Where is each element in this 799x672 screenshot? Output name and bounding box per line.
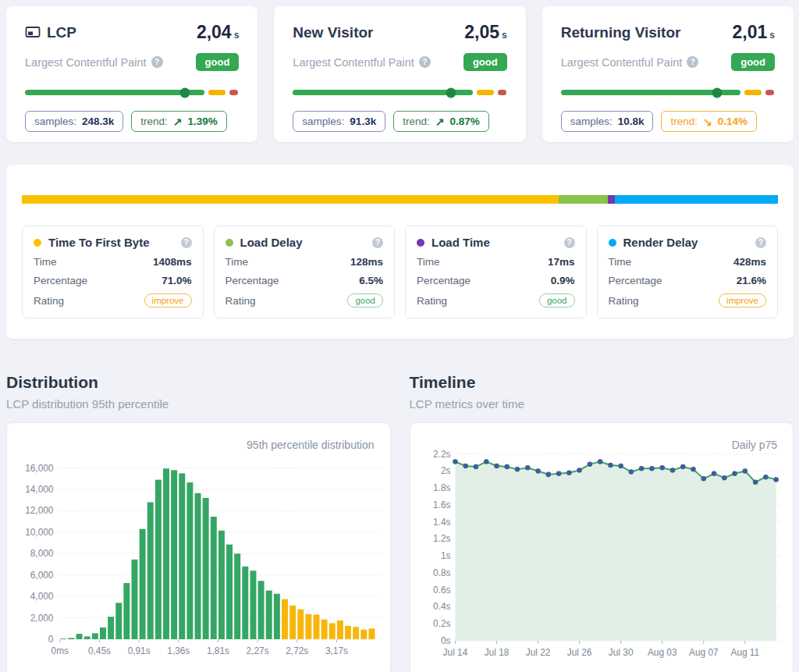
lcp-threshold-bar: [561, 87, 775, 98]
trend-arrow-icon: ↗: [435, 116, 445, 127]
svg-text:0.4s: 0.4s: [433, 601, 450, 612]
svg-text:4,000: 4,000: [30, 591, 54, 602]
metric-name-label: Largest Contentful Paint?: [25, 56, 163, 69]
svg-text:0s: 0s: [440, 635, 450, 646]
phase-segment: [22, 195, 559, 204]
phase-card-render-delay: Render Delay? Time428ms Percentage21.6% …: [597, 226, 779, 318]
threshold-poor-segment: [229, 90, 238, 95]
percentage-value: 0.9%: [551, 275, 575, 286]
svg-text:6,000: 6,000: [30, 570, 54, 581]
value-marker-icon: [446, 87, 456, 98]
kpi-unit: s: [769, 30, 775, 41]
svg-text:0.2s: 0.2s: [433, 618, 450, 629]
help-icon[interactable]: ?: [755, 237, 766, 248]
help-icon[interactable]: ?: [687, 56, 698, 68]
help-icon[interactable]: ?: [419, 56, 431, 68]
threshold-good-segment: [293, 90, 472, 95]
help-icon[interactable]: ?: [181, 237, 192, 248]
svg-text:10,000: 10,000: [25, 527, 54, 538]
kpi-card-new-visitor: New Visitor 2,05s Largest Contentful Pai…: [274, 6, 525, 142]
svg-text:2s: 2s: [440, 465, 450, 476]
section-title: Timeline: [410, 373, 794, 392]
time-value: 428ms: [733, 256, 766, 268]
percentage-value: 6.5%: [359, 275, 383, 286]
threshold-improve-segment: [744, 90, 762, 95]
svg-text:2,72s: 2,72s: [286, 645, 308, 656]
phase-card-load-delay: Load Delay? Time128ms Percentage6.5% Rat…: [214, 226, 396, 318]
section-subtitle: LCP distribution 95th percentile: [6, 397, 391, 411]
lcp-threshold-bar: [25, 87, 239, 98]
lcp-breakdown-card: Time To First Byte? Time1408ms Percentag…: [6, 165, 794, 339]
timeline-chart: 0s0.2s0.4s0.6s0.8s1s1.2s1.4s1.6s1.8s2s2.…: [418, 440, 786, 672]
svg-text:0,45s: 0,45s: [88, 645, 111, 656]
svg-text:2.2s: 2.2s: [433, 449, 450, 460]
percentage-value: 21.6%: [737, 275, 766, 286]
phase-rating-badge: good: [347, 293, 383, 308]
chart-legend: Daily p75: [732, 439, 777, 451]
metric-name-label: Largest Contentful Paint?: [561, 56, 699, 69]
samples-pill: samples:248.3k: [25, 111, 123, 132]
rating-badge: good: [463, 53, 507, 71]
svg-text:0.8s: 0.8s: [433, 567, 450, 578]
kpi-card-returning-visitor: Returning Visitor 2,01s Largest Contentf…: [542, 6, 794, 142]
threshold-good-segment: [561, 90, 740, 95]
metric-name-label: Largest Contentful Paint?: [293, 56, 431, 69]
section-title: Distribution: [6, 373, 391, 392]
svg-text:1s: 1s: [440, 550, 450, 561]
timeline-section: Timeline LCP metrics over time Daily p75…: [410, 373, 794, 672]
timeline-chart-card: Daily p75 0s0.2s0.4s0.6s0.8s1s1.2s1.4s1.…: [410, 422, 794, 672]
phase-rating-badge: improve: [144, 293, 192, 308]
svg-text:1.2s: 1.2s: [433, 533, 450, 544]
help-icon[interactable]: ?: [372, 237, 383, 248]
kpi-card-lcp: LCP 2,04s Largest Contentful Paint? good…: [6, 6, 257, 142]
kpi-value: 2,05s: [464, 22, 506, 43]
svg-text:8,000: 8,000: [30, 548, 54, 559]
kpi-value: 2,04s: [197, 22, 239, 43]
threshold-poor-segment: [765, 90, 774, 95]
threshold-improve-segment: [208, 90, 225, 95]
svg-text:0,91s: 0,91s: [128, 645, 151, 656]
rating-badge: good: [731, 53, 775, 71]
svg-text:Jul 26: Jul 26: [566, 647, 591, 658]
value-marker-icon: [712, 87, 723, 98]
time-value: 128ms: [350, 256, 383, 268]
svg-text:1.8s: 1.8s: [433, 482, 450, 493]
chart-legend: 95th percentile distribution: [247, 439, 374, 451]
kpi-row: LCP 2,04s Largest Contentful Paint? good…: [6, 6, 794, 142]
trend-arrow-icon: ↗: [173, 116, 183, 127]
svg-text:14,000: 14,000: [25, 484, 54, 495]
rating-badge: good: [196, 53, 240, 71]
svg-text:0ms: 0ms: [51, 645, 69, 656]
charts-row: Distribution LCP distribution 95th perce…: [6, 373, 794, 672]
section-subtitle: LCP metrics over time: [410, 397, 794, 411]
svg-text:Aug 03: Aug 03: [647, 647, 676, 658]
phase-metric-grid: Time To First Byte? Time1408ms Percentag…: [22, 226, 778, 318]
lcp-threshold-bar: [293, 87, 506, 98]
help-icon[interactable]: ?: [564, 237, 575, 248]
phase-card-ttfb: Time To First Byte? Time1408ms Percentag…: [22, 226, 204, 318]
svg-text:Aug 07: Aug 07: [688, 647, 718, 658]
kpi-title: New Visitor: [293, 24, 373, 41]
trend-arrow-icon: ↘: [703, 116, 712, 127]
trend-pill: trend:↗1.39%: [131, 111, 227, 132]
render-delay-color-dot: [609, 239, 616, 247]
page: { "labels": { "samples": "samples:", "tr…: [0, 0, 799, 672]
time-value: 17ms: [548, 256, 575, 268]
phase-stacked-bar: [22, 195, 778, 204]
trend-pill: trend:↗0.87%: [393, 111, 489, 132]
svg-text:1.6s: 1.6s: [433, 500, 450, 510]
value-marker-icon: [180, 87, 190, 98]
svg-text:Jul 18: Jul 18: [484, 647, 509, 658]
kpi-title: Returning Visitor: [561, 24, 681, 41]
svg-text:Jul 14: Jul 14: [442, 647, 467, 658]
svg-text:2,000: 2,000: [30, 613, 54, 624]
threshold-poor-segment: [498, 90, 506, 95]
phase-segment: [608, 195, 615, 204]
phase-card-load-time: Load Time? Time17ms Percentage0.9% Ratin…: [405, 226, 587, 318]
kpi-unit: s: [234, 30, 240, 41]
phase-rating-badge: improve: [719, 293, 766, 308]
help-icon[interactable]: ?: [151, 56, 163, 68]
percentage-value: 71.0%: [162, 275, 191, 286]
trend-pill: trend:↘0.14%: [661, 111, 757, 132]
threshold-good-segment: [25, 90, 204, 95]
